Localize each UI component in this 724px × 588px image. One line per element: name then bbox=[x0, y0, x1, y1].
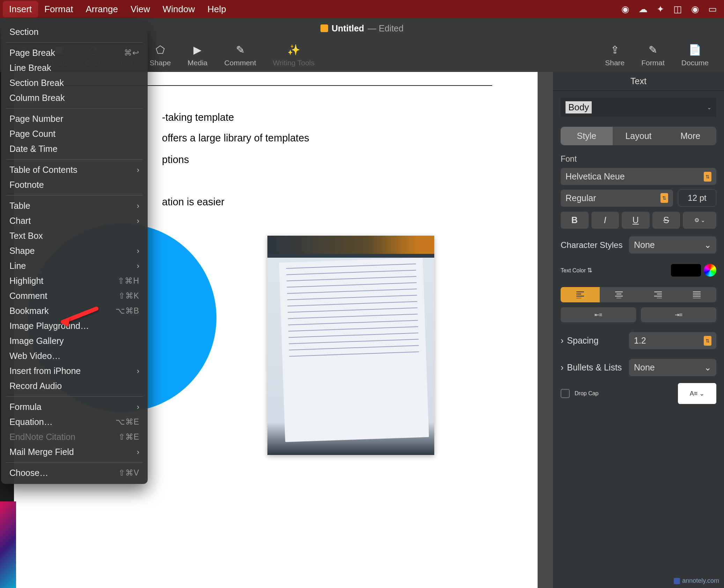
menu-item-date-time[interactable]: Date & Time bbox=[1, 141, 148, 156]
toolbar-document[interactable]: 📄Docume bbox=[673, 44, 717, 67]
bold-button[interactable]: B bbox=[561, 212, 589, 229]
background-window-sliver bbox=[0, 501, 16, 588]
chevron-down-icon: ⌄ bbox=[704, 362, 711, 373]
chevron-right-icon: › bbox=[561, 362, 563, 373]
toolbar-share[interactable]: ⇪Share bbox=[597, 44, 633, 67]
paragraph-style-select[interactable]: Body ⌄ bbox=[561, 98, 716, 117]
font-family-select[interactable]: Helvetica Neue⇅ bbox=[561, 168, 716, 185]
indent-button[interactable]: ⇥≡ bbox=[641, 307, 716, 322]
menubar: Insert Format Arrange View Window Help ◉… bbox=[0, 0, 724, 18]
stepper-icon: ⇅ bbox=[704, 172, 711, 182]
body-text-line[interactable]: offers a large library of templates bbox=[162, 132, 309, 144]
shape-icon: ⬠ bbox=[156, 44, 165, 56]
character-styles-select[interactable]: None⌄ bbox=[629, 236, 716, 253]
align-right-button[interactable] bbox=[638, 287, 678, 302]
stack-icon[interactable]: ◫ bbox=[673, 4, 682, 15]
menu-insert[interactable]: Insert bbox=[3, 1, 38, 17]
menu-window[interactable]: Window bbox=[156, 1, 201, 17]
menu-item-highlight[interactable]: Highlight⇧⌘H bbox=[1, 273, 148, 288]
menu-item-equation[interactable]: Equation…⌥⌘E bbox=[1, 414, 148, 429]
text-color-label: Text Color ⇅ bbox=[561, 266, 592, 274]
menu-item-chart[interactable]: Chart› bbox=[1, 213, 148, 228]
tab-layout[interactable]: Layout bbox=[613, 127, 665, 145]
menu-item-page-break[interactable]: Page Break⌘↩ bbox=[1, 45, 148, 60]
toolbar-media[interactable]: ▶Media bbox=[179, 44, 216, 67]
chevron-right-icon: › bbox=[137, 262, 139, 271]
menu-item-comment[interactable]: Comment⇧⌘K bbox=[1, 288, 148, 303]
bullets-disclosure[interactable]: ›Bullets & Lists bbox=[561, 362, 622, 373]
menu-item-image-gallery[interactable]: Image Gallery bbox=[1, 333, 148, 348]
menu-arrange[interactable]: Arrange bbox=[79, 1, 124, 17]
dropcap-preview[interactable]: A≡ ⌄ bbox=[678, 383, 716, 404]
menu-view[interactable]: View bbox=[124, 1, 156, 17]
text-style-more-button[interactable]: ⚙︎⌄ bbox=[683, 212, 716, 229]
color-picker-button[interactable] bbox=[704, 264, 716, 277]
outdent-button[interactable]: ⇤≡ bbox=[561, 307, 636, 322]
menu-item-insert-from-iphone[interactable]: Insert from iPhone› bbox=[1, 363, 148, 378]
chevron-down-icon: ⌄ bbox=[707, 104, 711, 111]
chevron-updown-icon[interactable]: ⇅ bbox=[587, 267, 592, 274]
chevron-right-icon: › bbox=[137, 166, 139, 175]
toolbar-comment[interactable]: ✎Comment bbox=[216, 44, 265, 67]
bullets-select[interactable]: None⌄ bbox=[629, 359, 716, 376]
chevron-right-icon: › bbox=[137, 448, 139, 457]
text-color-swatch[interactable] bbox=[671, 264, 701, 277]
document-name[interactable]: Untitled bbox=[332, 23, 364, 34]
menu-item-bookmark[interactable]: Bookmark⌥⌘B bbox=[1, 303, 148, 318]
menu-item-section[interactable]: Section bbox=[1, 24, 148, 39]
chevron-right-icon: › bbox=[561, 336, 563, 346]
stepper-icon: ⇅ bbox=[704, 336, 711, 346]
toolbar-format[interactable]: ✎Format bbox=[633, 44, 673, 67]
menu-item-formula[interactable]: Formula› bbox=[1, 399, 148, 414]
menu-item-table-of-contents[interactable]: Table of Contents› bbox=[1, 162, 148, 177]
menu-item-footnote[interactable]: Footnote bbox=[1, 177, 148, 192]
stepper-icon: ⇅ bbox=[660, 193, 668, 203]
menu-help[interactable]: Help bbox=[201, 1, 232, 17]
menu-item-page-number[interactable]: Page Number bbox=[1, 111, 148, 126]
body-text-line[interactable]: -taking template bbox=[162, 112, 234, 123]
menu-item-web-video[interactable]: Web Video… bbox=[1, 348, 148, 363]
menu-item-line[interactable]: Line› bbox=[1, 258, 148, 273]
menu-item-image-playground[interactable]: Image Playground… bbox=[1, 318, 148, 333]
text-style-buttons: B I U S ⚙︎⌄ bbox=[561, 212, 716, 229]
menu-item-line-break[interactable]: Line Break bbox=[1, 60, 148, 75]
dropcap-checkbox[interactable] bbox=[561, 389, 570, 398]
body-text-line[interactable]: ation is easier bbox=[162, 196, 224, 208]
spacing-select[interactable]: 1.2⇅ bbox=[629, 332, 716, 349]
screen-record-icon[interactable]: ◉ bbox=[621, 4, 629, 15]
spacing-disclosure[interactable]: ›Spacing bbox=[561, 336, 599, 346]
tab-more[interactable]: More bbox=[664, 127, 716, 145]
underline-button[interactable]: U bbox=[622, 212, 650, 229]
dnd-icon[interactable]: ✦ bbox=[657, 4, 664, 15]
chevron-right-icon: › bbox=[137, 403, 139, 412]
dropcap-label: Drop Cap bbox=[575, 390, 598, 397]
strikethrough-button[interactable]: S bbox=[652, 212, 680, 229]
menu-item-text-box[interactable]: Text Box bbox=[1, 228, 148, 243]
media-icon: ▶ bbox=[193, 44, 201, 56]
menu-item-shape[interactable]: Shape› bbox=[1, 243, 148, 258]
chevron-right-icon: › bbox=[137, 247, 139, 256]
font-weight-select[interactable]: Regular⇅ bbox=[561, 190, 673, 207]
inspector-main-tab[interactable]: Text bbox=[553, 72, 724, 91]
italic-button[interactable]: I bbox=[591, 212, 619, 229]
menu-item-section-break[interactable]: Section Break bbox=[1, 75, 148, 90]
menu-item-mail-merge-field[interactable]: Mail Merge Field› bbox=[1, 444, 148, 460]
cloud-icon[interactable]: ☁ bbox=[638, 4, 648, 15]
menu-item-table[interactable]: Table› bbox=[1, 198, 148, 213]
align-justify-button[interactable] bbox=[678, 287, 717, 302]
battery-icon[interactable]: ▭ bbox=[708, 4, 717, 15]
inserted-image[interactable] bbox=[267, 236, 434, 455]
tab-style[interactable]: Style bbox=[561, 127, 613, 145]
align-center-button[interactable] bbox=[600, 287, 639, 302]
menu-item-choose[interactable]: Choose…⇧⌘V bbox=[1, 465, 148, 480]
play-icon[interactable]: ◉ bbox=[691, 4, 699, 15]
menu-item-column-break[interactable]: Column Break bbox=[1, 90, 148, 105]
font-size-field[interactable]: 12 pt bbox=[678, 189, 716, 207]
body-text-line[interactable]: ptions bbox=[162, 154, 189, 166]
menu-item-page-count[interactable]: Page Count bbox=[1, 126, 148, 141]
menu-item-record-audio[interactable]: Record Audio bbox=[1, 378, 148, 394]
menubar-status-icons: ◉ ☁ ✦ ◫ ◉ ▭ bbox=[621, 4, 717, 15]
menu-format[interactable]: Format bbox=[38, 1, 79, 17]
format-inspector: Text Body ⌄ Style Layout More Font Helve… bbox=[553, 72, 724, 588]
align-left-button[interactable] bbox=[561, 287, 600, 302]
